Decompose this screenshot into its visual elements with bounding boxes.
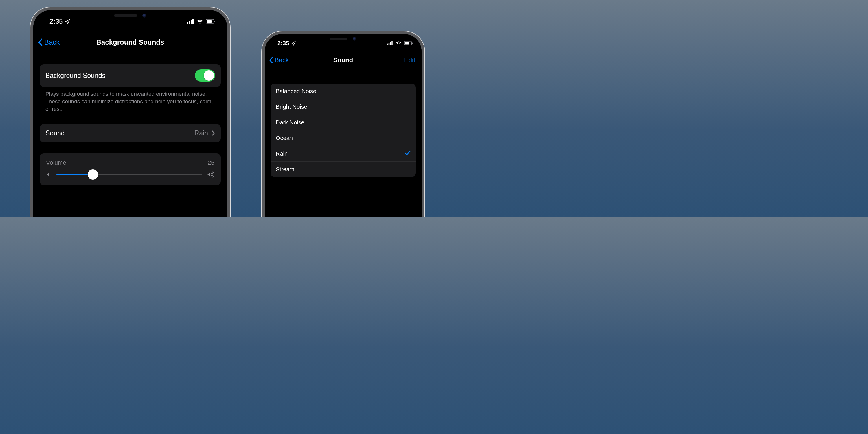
power-button[interactable]	[230, 103, 230, 140]
notch	[90, 10, 171, 21]
background-sounds-toggle[interactable]	[195, 69, 215, 82]
status-time: 2:35	[277, 40, 289, 46]
sound-row[interactable]: Sound Rain	[40, 124, 221, 142]
volume-card: Volume 25	[40, 153, 221, 185]
svg-rect-5	[207, 20, 212, 23]
nav-bar: Back Sound Edit	[265, 46, 422, 69]
volume-down-button[interactable]	[30, 124, 31, 149]
location-icon	[291, 41, 296, 46]
earpiece	[330, 38, 347, 40]
wifi-icon	[196, 18, 204, 26]
back-label: Back	[275, 56, 289, 64]
svg-rect-0	[187, 22, 188, 24]
mute-switch[interactable]	[262, 83, 262, 93]
location-icon	[64, 19, 70, 25]
check-icon	[405, 151, 410, 157]
svg-rect-10	[392, 41, 393, 45]
cellular-icon	[387, 40, 393, 46]
status-time: 2:35	[50, 18, 63, 26]
sound-option[interactable]: Dark Noise	[271, 115, 416, 130]
wifi-icon	[396, 40, 402, 46]
volume-value: 25	[208, 159, 214, 166]
back-button[interactable]: Back	[269, 56, 289, 64]
volume-up-button[interactable]	[262, 103, 262, 124]
section-footer: Plays background sounds to mask unwanted…	[40, 87, 221, 113]
front-camera	[142, 13, 146, 18]
back-button[interactable]: Back	[38, 38, 60, 46]
sound-card: Sound Rain	[40, 124, 221, 142]
phone-left: 2:35 Back Backg	[30, 7, 230, 217]
cellular-icon	[187, 18, 194, 26]
svg-rect-13	[412, 42, 412, 44]
front-camera	[353, 37, 356, 40]
sound-option-label: Bright Noise	[276, 103, 307, 110]
svg-rect-6	[214, 21, 215, 22]
sound-option-label: Dark Noise	[276, 119, 304, 126]
sound-option[interactable]: Stream	[271, 161, 416, 177]
sound-row-label: Sound	[45, 129, 65, 137]
sound-option-label: Stream	[276, 166, 294, 173]
svg-rect-12	[405, 42, 409, 44]
sound-option[interactable]: Balanced Noise	[271, 84, 416, 99]
sound-option[interactable]: Bright Noise	[271, 99, 416, 115]
mute-switch[interactable]	[30, 68, 31, 81]
page-title: Background Sounds	[96, 38, 164, 46]
nav-bar: Back Background Sounds	[33, 26, 227, 53]
volume-slider[interactable]	[56, 174, 202, 175]
volume-down-button[interactable]	[262, 130, 262, 150]
svg-rect-7	[387, 44, 388, 45]
svg-rect-3	[192, 20, 193, 24]
earpiece	[114, 14, 137, 17]
sound-row-value: Rain	[194, 129, 208, 137]
sound-option-label: Rain	[276, 151, 288, 157]
notch	[310, 34, 376, 43]
svg-rect-1	[189, 21, 190, 24]
battery-icon	[404, 40, 413, 46]
speaker-low-icon	[46, 172, 52, 177]
edit-button[interactable]: Edit	[404, 56, 415, 64]
sound-option-label: Balanced Noise	[276, 88, 316, 95]
svg-rect-9	[390, 42, 391, 45]
volume-up-button[interactable]	[30, 94, 31, 118]
battery-icon	[206, 18, 216, 26]
phone-right: 2:35 Back Sound	[262, 31, 425, 217]
toggle-card: Background Sounds	[40, 64, 221, 87]
back-label: Back	[44, 38, 60, 46]
chevron-right-icon	[212, 130, 215, 136]
svg-rect-2	[191, 20, 192, 24]
sound-options-list: Balanced NoiseBright NoiseDark NoiseOcea…	[271, 84, 416, 177]
volume-label: Volume	[46, 159, 66, 166]
speaker-high-icon	[207, 171, 214, 178]
toggle-label: Background Sounds	[45, 72, 105, 80]
page-title: Sound	[333, 56, 353, 64]
power-button[interactable]	[424, 112, 425, 144]
svg-rect-8	[389, 43, 390, 45]
sound-option[interactable]: Ocean	[271, 130, 416, 146]
sound-option[interactable]: Rain	[271, 146, 416, 161]
background-sounds-row: Background Sounds	[40, 64, 221, 87]
sound-option-label: Ocean	[276, 135, 293, 142]
